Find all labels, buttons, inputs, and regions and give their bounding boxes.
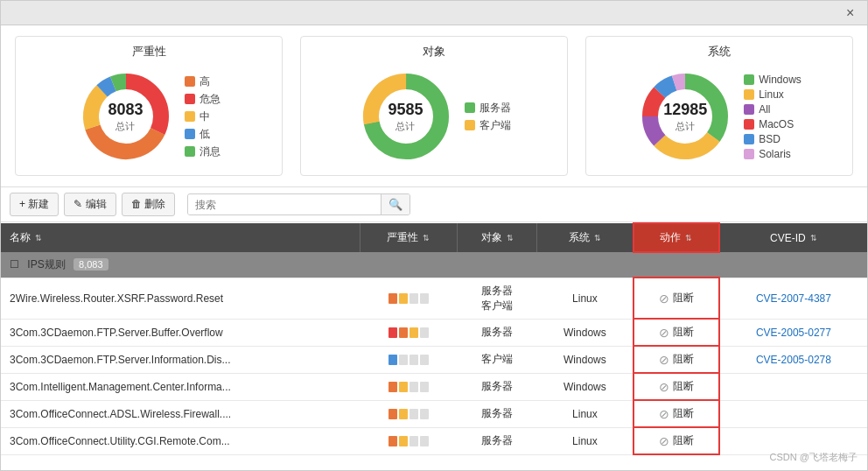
cell-system: Windows — [537, 319, 634, 346]
chart-card-system: 系统 12985 总计 WindowsLinuxAllMacOSBSDSolar… — [585, 36, 853, 176]
cve-link[interactable]: CVE-2005-0278 — [756, 354, 831, 366]
legend-item: Linux — [744, 88, 802, 101]
cell-name: 3Com.Intelligent.Management.Center.Infor… — [1, 373, 360, 400]
cell-object: 服务器 — [457, 373, 537, 400]
cve-link[interactable]: CVE-2005-0277 — [756, 327, 831, 339]
action-label: 阻断 — [673, 406, 694, 421]
delete-button[interactable]: 🗑 删除 — [122, 193, 175, 216]
action-label: 阻断 — [673, 379, 694, 394]
cell-cve[interactable]: CVE-2007-4387 — [719, 278, 867, 319]
cell-system: Windows — [537, 373, 634, 400]
close-button[interactable]: × — [846, 6, 860, 20]
legend-item: BSD — [744, 133, 802, 145]
cell-severity — [360, 319, 458, 346]
sort-arrow-action: ⇅ — [685, 234, 692, 243]
action-label: 阻断 — [673, 291, 694, 306]
chart-title-system: 系统 — [708, 44, 731, 60]
sort-arrow-system: ⇅ — [594, 234, 601, 243]
cell-name: 3Com.3CDaemon.FTP.Server.Buffer.Overflow — [1, 319, 360, 346]
th-cve[interactable]: CVE-ID ⇅ — [719, 223, 867, 252]
search-icon[interactable]: 🔍 — [381, 194, 410, 214]
chart-title-object: 对象 — [423, 44, 445, 60]
search-input[interactable] — [188, 195, 381, 214]
th-name[interactable]: 名称 ⇅ — [1, 223, 360, 252]
table-row[interactable]: 3Com.3CDaemon.FTP.Server.Buffer.Overflow… — [1, 319, 867, 346]
cell-system: Windows — [537, 346, 634, 373]
cell-object: 服务器 — [457, 400, 537, 427]
action-label: 阻断 — [673, 325, 694, 340]
table-header-row: 名称 ⇅ 严重性 ⇅ 对象 ⇅ — [1, 223, 867, 252]
cell-severity — [360, 278, 458, 319]
table-row[interactable]: 3Com.OfficeConnect.Utility.CGI.Remote.Co… — [1, 427, 867, 454]
legend-item: 服务器 — [465, 101, 511, 116]
edit-button[interactable]: ✎ 编辑 — [64, 193, 116, 216]
cell-name: 3Com.OfficeConnect.ADSL.Wireless.Firewal… — [1, 400, 360, 427]
action-label: 阻断 — [673, 433, 694, 448]
block-icon: ⊘ — [659, 407, 669, 421]
cell-system: Linux — [537, 427, 634, 454]
cell-object: 服务器 — [457, 427, 537, 454]
cell-action: ⊘ 阻断 — [634, 373, 719, 400]
legend-item: Solaris — [744, 148, 802, 160]
sort-arrow-object: ⇅ — [507, 234, 514, 243]
cell-action: ⊘ 阻断 — [634, 319, 719, 346]
watermark: CSDN @飞塔老梅子 — [770, 451, 858, 464]
chart-card-object: 对象 9585 总计 服务器客户端 — [300, 36, 568, 176]
legend-item: 客户端 — [465, 118, 511, 133]
cell-action: ⊘ 阻断 — [634, 400, 719, 427]
new-button[interactable]: + 新建 — [10, 193, 59, 216]
legend-item: 消息 — [185, 144, 220, 159]
legend-item: 高 — [185, 74, 220, 89]
group-label: IPS规则 — [27, 258, 65, 271]
table-row[interactable]: 2Wire.Wireless.Router.XSRF.Password.Rese… — [1, 278, 867, 319]
main-window: × 严重性 8083 总计 高危急中低消息对象 9585 总计 服务器客户端系统… — [0, 0, 868, 471]
cell-object: 客户端 — [457, 346, 537, 373]
block-icon: ⊘ — [659, 326, 669, 340]
cell-system: Linux — [537, 400, 634, 427]
th-object[interactable]: 对象 ⇅ — [457, 223, 537, 252]
sort-arrow-cve: ⇅ — [810, 234, 817, 243]
table-container: 名称 ⇅ 严重性 ⇅ 对象 ⇅ — [1, 222, 867, 470]
table-row[interactable]: 3Com.3CDaemon.FTP.Server.Information.Dis… — [1, 346, 867, 373]
legend-item: 低 — [185, 127, 220, 142]
cell-cve[interactable]: CVE-2005-0278 — [719, 346, 867, 373]
cve-link[interactable]: CVE-2007-4387 — [756, 292, 831, 305]
block-icon: ⊘ — [659, 353, 669, 367]
title-bar: × — [1, 1, 867, 25]
cell-name: 2Wire.Wireless.Router.XSRF.Password.Rese… — [1, 278, 360, 319]
group-row: ☐ IPS规则 8,083 — [1, 252, 867, 278]
ips-table: 名称 ⇅ 严重性 ⇅ 对象 ⇅ — [1, 222, 867, 455]
cell-object: 服务器 — [457, 319, 537, 346]
legend-item: 中 — [185, 109, 220, 124]
cell-severity — [360, 400, 458, 427]
delete-button-label: 🗑 删除 — [131, 197, 165, 212]
table-row[interactable]: 3Com.OfficeConnect.ADSL.Wireless.Firewal… — [1, 400, 867, 427]
cell-cve[interactable]: CVE-2005-0277 — [719, 319, 867, 346]
cell-action: ⊘ 阻断 — [634, 346, 719, 373]
th-severity[interactable]: 严重性 ⇅ — [360, 223, 458, 252]
cell-action: ⊘ 阻断 — [634, 278, 719, 319]
cell-system: Linux — [537, 278, 634, 319]
block-icon: ⊘ — [659, 292, 669, 306]
table-body: ☐ IPS规则 8,083 2Wire.Wireless.Router.XSRF… — [1, 252, 867, 454]
edit-button-label: ✎ 编辑 — [74, 197, 106, 212]
th-action[interactable]: 动作 ⇅ — [634, 223, 719, 252]
cell-severity — [360, 427, 458, 454]
legend-item: All — [744, 103, 802, 116]
group-checkbox: ☐ — [10, 258, 19, 271]
th-system[interactable]: 系统 ⇅ — [537, 223, 634, 252]
new-button-label: + 新建 — [19, 197, 49, 212]
charts-section: 严重性 8083 总计 高危急中低消息对象 9585 总计 服务器客户端系统 1… — [1, 25, 867, 187]
cell-severity — [360, 346, 458, 373]
legend-item: Windows — [744, 74, 802, 86]
cell-name: 3Com.OfficeConnect.Utility.CGI.Remote.Co… — [1, 427, 360, 454]
table-row[interactable]: 3Com.Intelligent.Management.Center.Infor… — [1, 373, 867, 400]
sort-arrow-severity: ⇅ — [423, 234, 430, 243]
cell-object: 服务器客户端 — [457, 278, 537, 319]
cell-cve — [719, 400, 867, 427]
group-count: 8,083 — [74, 258, 108, 271]
chart-card-severity: 严重性 8083 总计 高危急中低消息 — [15, 36, 283, 176]
cell-action: ⊘ 阻断 — [634, 427, 719, 454]
cell-name: 3Com.3CDaemon.FTP.Server.Information.Dis… — [1, 346, 360, 373]
search-wrap: 🔍 — [187, 193, 410, 215]
